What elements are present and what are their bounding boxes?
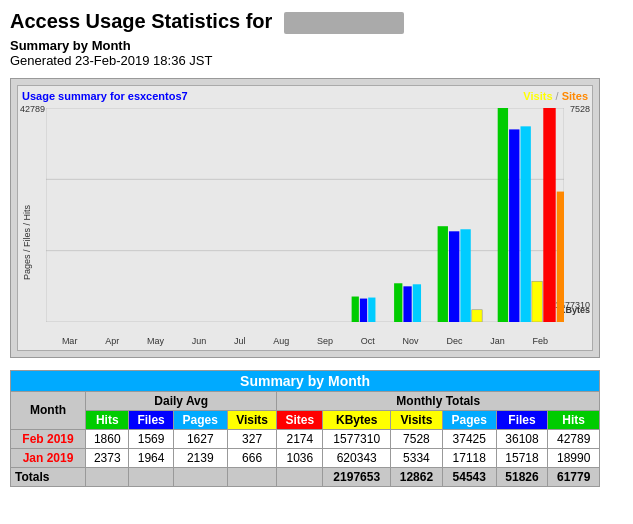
svg-rect-8 bbox=[460, 229, 470, 322]
col-month-header: Month bbox=[11, 391, 86, 429]
svg-rect-7 bbox=[449, 231, 459, 322]
th-hits2: Hits bbox=[548, 410, 600, 429]
summary-subtitle: Summary by Month bbox=[10, 38, 623, 53]
y-max-left: 42789 bbox=[20, 104, 45, 114]
th-files: Files bbox=[129, 410, 173, 429]
svg-rect-18 bbox=[360, 298, 367, 321]
total-files: 51826 bbox=[496, 467, 548, 486]
feb-sites: 2174 bbox=[277, 429, 323, 448]
chart-container: Usage summary for esxcentos7 Visits / Si… bbox=[10, 78, 600, 358]
x-axis-labels: Mar Apr May Jun Jul Aug Sep Oct Nov Dec … bbox=[48, 336, 562, 346]
svg-rect-19 bbox=[368, 297, 375, 321]
table-title: Summary by Month bbox=[11, 370, 600, 391]
month-feb[interactable]: Feb 2019 bbox=[11, 429, 86, 448]
total-pages: 54543 bbox=[442, 467, 496, 486]
feb-files-daily: 1569 bbox=[129, 429, 173, 448]
table-row: Feb 2019 1860 1569 1627 327 2174 1577310… bbox=[11, 429, 600, 448]
total-kbytes: 2197653 bbox=[323, 467, 391, 486]
table-row: Jan 2019 2373 1964 2139 666 1036 620343 … bbox=[11, 448, 600, 467]
svg-rect-20 bbox=[543, 108, 555, 322]
page-title: Access Usage Statistics for bbox=[10, 10, 623, 34]
totals-label: Totals bbox=[11, 467, 86, 486]
th-sites: Sites bbox=[277, 410, 323, 429]
svg-rect-17 bbox=[352, 296, 359, 321]
jan-pages-daily: 2139 bbox=[173, 448, 227, 467]
svg-rect-16 bbox=[413, 284, 421, 322]
total-visits: 12862 bbox=[391, 467, 443, 486]
th-kbytes: KBytes bbox=[323, 410, 391, 429]
th-pages: Pages bbox=[173, 410, 227, 429]
svg-rect-21 bbox=[557, 191, 564, 321]
generated-date: Generated 23-Feb-2019 18:36 JST bbox=[10, 53, 623, 68]
svg-rect-6 bbox=[438, 226, 448, 322]
month-jan[interactable]: Jan 2019 bbox=[11, 448, 86, 467]
jan-visits-daily: 666 bbox=[227, 448, 277, 467]
th-visits2: Visits bbox=[391, 410, 443, 429]
svg-rect-9 bbox=[472, 309, 482, 321]
totals-row: Totals 2197653 12862 54543 51826 61779 bbox=[11, 467, 600, 486]
site-name bbox=[284, 12, 404, 34]
feb-hits: 42789 bbox=[548, 429, 600, 448]
jan-files-daily: 1964 bbox=[129, 448, 173, 467]
chart-inner: Usage summary for esxcentos7 Visits / Si… bbox=[17, 85, 593, 351]
jan-visits: 5334 bbox=[391, 448, 443, 467]
legend-visits: Visits bbox=[523, 90, 552, 102]
group-daily-header: Daily Avg bbox=[86, 391, 277, 410]
group-monthly-header: Monthly Totals bbox=[277, 391, 600, 410]
feb-pages: 37425 bbox=[442, 429, 496, 448]
summary-table: Summary by Month Month Daily Avg Monthly… bbox=[10, 370, 600, 487]
jan-pages: 17118 bbox=[442, 448, 496, 467]
chart-title: Usage summary for esxcentos7 bbox=[22, 90, 188, 102]
jan-hits: 18990 bbox=[548, 448, 600, 467]
jan-hits-daily: 2373 bbox=[86, 448, 129, 467]
feb-hits-daily: 1860 bbox=[86, 429, 129, 448]
jan-sites: 1036 bbox=[277, 448, 323, 467]
y-axis-label-left: Pages / Files / Hits bbox=[22, 205, 32, 280]
th-files2: Files bbox=[496, 410, 548, 429]
legend-sites: Sites bbox=[562, 90, 588, 102]
feb-kbytes: 1577310 bbox=[323, 429, 391, 448]
svg-rect-13 bbox=[532, 281, 542, 322]
th-pages2: Pages bbox=[442, 410, 496, 429]
svg-rect-10 bbox=[498, 108, 508, 322]
feb-visits: 7528 bbox=[391, 429, 443, 448]
svg-rect-15 bbox=[403, 286, 411, 322]
th-visits: Visits bbox=[227, 410, 277, 429]
feb-files: 36108 bbox=[496, 429, 548, 448]
feb-pages-daily: 1627 bbox=[173, 429, 227, 448]
jan-files: 15718 bbox=[496, 448, 548, 467]
svg-rect-11 bbox=[509, 129, 519, 322]
chart-svg bbox=[46, 108, 564, 322]
svg-rect-12 bbox=[520, 126, 530, 322]
y-max-right: 7528 bbox=[570, 104, 590, 114]
svg-rect-14 bbox=[394, 283, 402, 322]
jan-kbytes: 620343 bbox=[323, 448, 391, 467]
th-hits: Hits bbox=[86, 410, 129, 429]
feb-visits-daily: 327 bbox=[227, 429, 277, 448]
total-hits: 61779 bbox=[548, 467, 600, 486]
chart-legend: Visits / Sites bbox=[523, 90, 588, 102]
